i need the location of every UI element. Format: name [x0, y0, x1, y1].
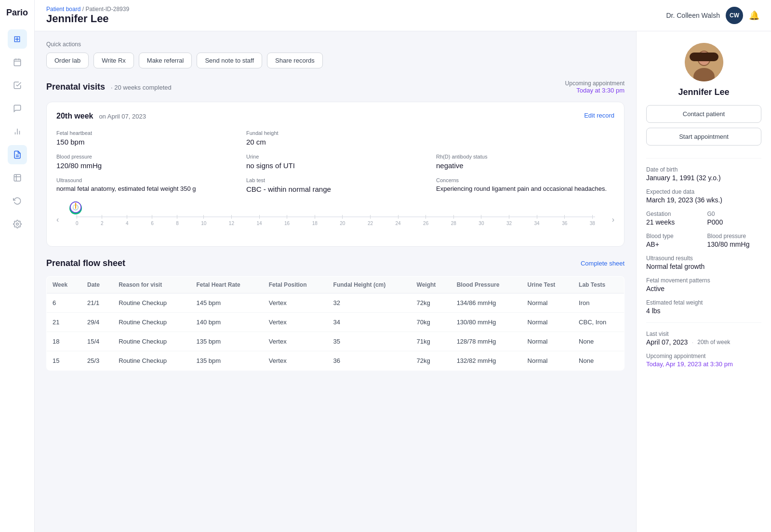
cell-week: 18	[47, 332, 82, 351]
col-fhr: Fetal Heart Rate	[190, 277, 263, 293]
make-referral-button[interactable]: Make referral	[139, 53, 192, 68]
cell-reason: Routine Checkup	[113, 332, 190, 351]
prenatal-visits-title: Prenatal visits	[46, 82, 105, 92]
main-area: Patient board / Patient-ID-28939 Jennife…	[35, 0, 771, 532]
sidebar-item-dashboard[interactable]: ⊞	[8, 29, 27, 49]
edit-record-link[interactable]: Edit record	[584, 112, 614, 119]
timeline-wrapper: ‹ › 0 2 4 6 8 10 12	[56, 203, 614, 237]
header-left: Patient board / Patient-ID-28939 Jennife…	[46, 6, 129, 25]
table-row[interactable]: 21 29/4 Routine Checkup 140 bpm Vertex 3…	[47, 313, 625, 332]
cell-weight: 70kg	[411, 313, 451, 332]
visit-metrics: Fetal heartbeat 150 bpm Fundal height 20…	[56, 130, 614, 193]
svg-rect-23	[690, 53, 718, 61]
cell-weight: 71kg	[411, 332, 451, 351]
info-edd: Expected due data March 19, 2023 (36 wks…	[646, 188, 761, 204]
blood-type-bp-grid: Blood type AB+ Blood pressure 130/80 mmH…	[646, 233, 761, 248]
timeline-track: 0 2 4 6 8 10 12 14 16 18 20 22 2	[76, 203, 595, 237]
metric-rh-antibody: Rh(D) antibody status negative	[436, 154, 614, 170]
contact-patient-button[interactable]: Contact patient	[646, 105, 761, 123]
sidebar-item-lab[interactable]	[8, 168, 27, 187]
sidebar-item-analytics[interactable]	[8, 122, 27, 141]
col-week: Week	[47, 277, 82, 293]
col-reason: Reason for visit	[113, 277, 190, 293]
visit-date: on April 07, 2023	[99, 113, 146, 120]
fundal-height-value: 20 cm	[246, 138, 425, 146]
cell-urine: Normal	[522, 332, 573, 351]
quick-actions-label: Quick actions	[46, 41, 625, 48]
sidebar-item-calendar[interactable]	[8, 53, 27, 72]
complete-sheet-link[interactable]: Complete sheet	[581, 260, 625, 267]
flow-table-head: Week Date Reason for visit Fetal Heart R…	[47, 277, 625, 293]
sidebar-item-chat[interactable]	[8, 99, 27, 118]
flow-table-header-row: Week Date Reason for visit Fetal Heart R…	[47, 277, 625, 293]
right-panel-content: Jennifer Lee Contact patient Start appoi…	[637, 31, 771, 386]
upcoming-appt-label: Upcoming appointment	[565, 80, 625, 87]
ultrasound-panel-value: Normal fetal growth	[646, 263, 761, 270]
visit-card-header: 20th week on April 07, 2023 Edit record	[56, 112, 614, 120]
dob-label: Date of birth	[646, 166, 761, 173]
gestation-value: 21 weeks	[646, 218, 701, 226]
breadcrumb-link[interactable]: Patient board	[46, 6, 80, 13]
visit-week: 20th week	[56, 112, 93, 120]
prenatal-title-group: Prenatal visits · 20 weeks completed	[46, 82, 172, 92]
cell-bp: 128/78 mmHg	[451, 332, 522, 351]
cell-fundal: 32	[328, 293, 411, 313]
metric-concerns: Concerns Experiencing round ligament pai…	[436, 177, 614, 193]
est-weight-value: 4 lbs	[646, 307, 761, 315]
metric-empty-1	[436, 130, 614, 146]
blood-pressure-value: 120/80 mmHg	[56, 161, 235, 170]
sidebar-item-refresh[interactable]	[8, 191, 27, 211]
timeline-next-button[interactable]: ›	[612, 215, 614, 224]
cell-urine: Normal	[522, 293, 573, 313]
fetal-movement-value: Active	[646, 285, 761, 293]
cell-week: 6	[47, 293, 82, 313]
flow-table-body: 6 21/1 Routine Checkup 145 bpm Vertex 32…	[47, 293, 625, 371]
col-date: Date	[81, 277, 113, 293]
order-lab-button[interactable]: Order lab	[46, 53, 89, 68]
notifications-icon[interactable]: 🔔	[749, 10, 759, 21]
cell-date: 21/1	[81, 293, 113, 313]
cell-reason: Routine Checkup	[113, 293, 190, 313]
info-ultrasound-panel: Ultrasound results Normal fetal growth	[646, 255, 761, 270]
cell-urine: Normal	[522, 351, 573, 371]
info-blood-type: Blood type AB+	[646, 233, 701, 248]
cell-lab: CBC, Iron	[573, 313, 624, 332]
write-rx-button[interactable]: Write Rx	[93, 53, 134, 68]
table-row[interactable]: 15 25/3 Routine Checkup 135 bpm Vertex 3…	[47, 351, 625, 371]
cell-weight: 72kg	[411, 351, 451, 371]
main-panel: Quick actions Order lab Write Rx Make re…	[35, 31, 636, 532]
panel-divider-2	[646, 322, 761, 323]
timeline-prev-button[interactable]: ‹	[56, 215, 59, 224]
table-row[interactable]: 18 15/4 Routine Checkup 135 bpm Vertex 3…	[47, 332, 625, 351]
cell-reason: Routine Checkup	[113, 351, 190, 371]
cell-date: 29/4	[81, 313, 113, 332]
p000-value: P000	[707, 218, 762, 226]
patient-id: Patient-ID-28939	[85, 6, 129, 13]
upcoming-panel-value: Today, Apr 19, 2023 at 3:30 pm	[646, 360, 761, 368]
bp-panel-label: Blood pressure	[707, 233, 762, 239]
visit-card: 20th week on April 07, 2023 Edit record …	[46, 102, 625, 247]
flow-sheet-title: Prenatal flow sheet	[46, 258, 125, 268]
last-visit-inline: April 07, 2023 · 20th of week	[646, 338, 761, 346]
sidebar-item-tasks[interactable]	[8, 76, 27, 95]
sidebar-item-settings[interactable]	[8, 214, 27, 234]
send-note-button[interactable]: Send note to staff	[197, 53, 262, 68]
start-appointment-button[interactable]: Start appointment	[646, 128, 761, 146]
bp-panel-value: 130/80 mmHg	[707, 240, 762, 248]
cell-fundal: 34	[328, 313, 411, 332]
right-panel: Jennifer Lee Contact patient Start appoi…	[636, 31, 771, 532]
info-upcoming-panel: Upcoming appointment Today, Apr 19, 2023…	[646, 353, 761, 368]
table-row[interactable]: 6 21/1 Routine Checkup 145 bpm Vertex 32…	[47, 293, 625, 313]
fetal-movement-label: Fetal movement patterns	[646, 277, 761, 284]
share-records-button[interactable]: Share records	[267, 53, 323, 68]
info-last-visit: Last visit April 07, 2023 · 20th of week	[646, 331, 761, 346]
info-bp-panel: Blood pressure 130/80 mmHg	[707, 233, 762, 248]
cell-fhr: 140 bpm	[190, 313, 263, 332]
flow-sheet-header: Prenatal flow sheet Complete sheet	[46, 258, 625, 268]
sidebar-item-records[interactable]	[8, 145, 27, 164]
fetal-heartbeat-value: 150 bpm	[56, 138, 235, 146]
concerns-value: Experiencing round ligament pain and occ…	[436, 185, 614, 192]
blood-type-label: Blood type	[646, 233, 701, 239]
info-g0: G0 P000	[707, 211, 762, 226]
doctor-avatar: CW	[726, 7, 743, 24]
